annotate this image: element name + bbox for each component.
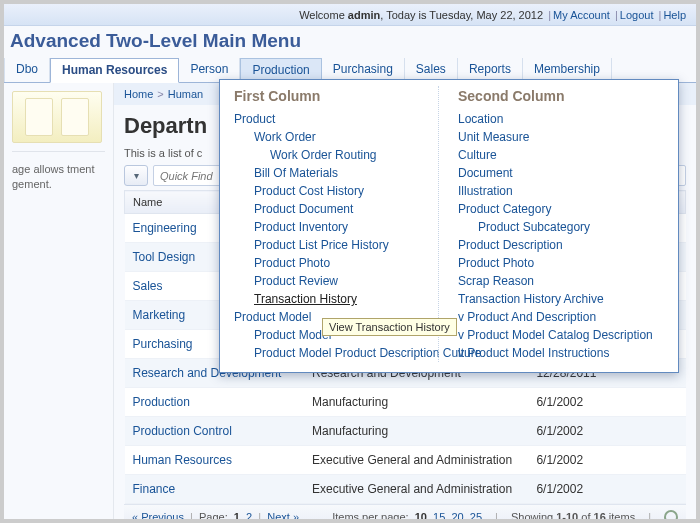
row-date: 6/1/2002 — [528, 388, 685, 417]
showing-post: items — [606, 511, 635, 523]
row-group: Executive General and Administration — [304, 475, 528, 504]
table-row[interactable]: Production ControlManufacturing6/1/2002 — [125, 417, 686, 446]
tab-human-resources[interactable]: Human Resources — [50, 58, 179, 83]
menu-item[interactable]: Bill Of Materials — [234, 164, 444, 182]
ipp-10[interactable]: 10 — [415, 511, 427, 523]
sep: | — [659, 9, 662, 21]
showing-total: 16 — [594, 511, 606, 523]
menu-item[interactable]: Product Model Product Description Cultur… — [234, 344, 444, 362]
menu-item[interactable]: Work Order — [234, 128, 444, 146]
pager-label: Page: — [199, 511, 228, 523]
menu-item[interactable]: Illustration — [458, 182, 668, 200]
menu-item[interactable]: Product Photo — [234, 254, 444, 272]
divider — [12, 151, 105, 152]
pager-next[interactable]: Next » — [267, 511, 299, 523]
ipp-25[interactable]: 25 — [470, 511, 482, 523]
menu-item[interactable]: Product Photo — [458, 254, 668, 272]
row-group: Manufacturing — [304, 417, 528, 446]
refresh-icon[interactable] — [664, 510, 678, 523]
welcome-prefix: Welcome — [299, 9, 348, 21]
menu-item[interactable]: Product Description — [458, 236, 668, 254]
sep: | — [615, 9, 618, 21]
menu-item[interactable]: Scrap Reason — [458, 272, 668, 290]
mega-col1-heading: First Column — [234, 88, 444, 104]
menu-item[interactable]: Unit Measure — [458, 128, 668, 146]
row-name[interactable]: Production Control — [125, 417, 305, 446]
help-link[interactable]: Help — [663, 9, 686, 21]
menu-item[interactable]: Culture — [458, 146, 668, 164]
table-row[interactable]: ProductionManufacturing6/1/2002 — [125, 388, 686, 417]
row-date: 6/1/2002 — [528, 446, 685, 475]
pager-page-1[interactable]: 1 — [234, 511, 240, 523]
menu-item[interactable]: Product Subcategory — [458, 218, 668, 236]
breadcrumb-section[interactable]: Human — [168, 88, 203, 100]
my-account-link[interactable]: My Account — [553, 9, 610, 21]
welcome-mid: , Today is — [380, 9, 429, 21]
tooltip: View Transaction History — [322, 318, 457, 336]
menu-item[interactable]: v Product Model Instructions — [458, 344, 668, 362]
menu-item[interactable]: Document — [458, 164, 668, 182]
sep: > — [157, 88, 163, 100]
sep: | — [258, 511, 261, 523]
menu-item[interactable]: Product Review — [234, 272, 444, 290]
menu-item[interactable]: Transaction History — [234, 290, 444, 308]
row-group: Executive General and Administration — [304, 446, 528, 475]
welcome-date: Tuesday, May 22, 2012 — [429, 9, 543, 21]
row-name[interactable]: Human Resources — [125, 446, 305, 475]
mega-col2-heading: Second Column — [458, 88, 668, 104]
ipp-20[interactable]: 20 — [451, 511, 463, 523]
sep: | — [548, 9, 551, 21]
row-name[interactable]: Finance — [125, 475, 305, 504]
pager-prev[interactable]: « Previous — [132, 511, 184, 523]
sep: | — [190, 511, 193, 523]
menu-item[interactable]: v Product Model Catalog Description — [458, 326, 668, 344]
tab-dbo[interactable]: Dbo — [4, 58, 50, 82]
page-title: Advanced Two-Level Main Menu — [4, 26, 696, 58]
pager-page-2[interactable]: 2 — [246, 511, 252, 523]
ipp-15[interactable]: 15 — [433, 511, 445, 523]
sep: | — [648, 511, 651, 523]
menu-item[interactable]: Work Order Routing — [234, 146, 444, 164]
menu-item[interactable]: Location — [458, 110, 668, 128]
breadcrumb-home[interactable]: Home — [124, 88, 153, 100]
welcome-user: admin — [348, 9, 380, 21]
logout-link[interactable]: Logout — [620, 9, 654, 21]
menu-item[interactable]: Product Inventory — [234, 218, 444, 236]
menu-item[interactable]: Product Cost History — [234, 182, 444, 200]
side-text: age allows tment gement. — [4, 158, 113, 200]
row-name[interactable]: Production — [125, 388, 305, 417]
showing-of: of — [578, 511, 593, 523]
row-group: Manufacturing — [304, 388, 528, 417]
row-date: 6/1/2002 — [528, 475, 685, 504]
menu-item[interactable]: Product Document — [234, 200, 444, 218]
actions-dropdown-button[interactable]: ▾ — [124, 165, 148, 186]
menu-item[interactable]: Product Category — [458, 200, 668, 218]
sep: | — [495, 511, 498, 523]
pager: « Previous | Page: 1 2 | Next » Items pe… — [124, 504, 686, 523]
welcome-bar: Welcome admin, Today is Tuesday, May 22,… — [4, 4, 696, 26]
menu-item[interactable]: Product — [234, 110, 444, 128]
row-date: 6/1/2002 — [528, 417, 685, 446]
table-row[interactable]: FinanceExecutive General and Administrat… — [125, 475, 686, 504]
ipp-label: Items per page: — [332, 511, 408, 523]
menu-item[interactable]: Transaction History Archive — [458, 290, 668, 308]
left-sidebar: age allows tment gement. — [4, 83, 114, 523]
showing-range: 1-10 — [556, 511, 578, 523]
menu-item[interactable]: Product List Price History — [234, 236, 444, 254]
showing-pre: Showing — [511, 511, 556, 523]
menu-item[interactable]: v Product And Description — [458, 308, 668, 326]
table-row[interactable]: Human ResourcesExecutive General and Adm… — [125, 446, 686, 475]
folder-icon — [12, 91, 102, 143]
